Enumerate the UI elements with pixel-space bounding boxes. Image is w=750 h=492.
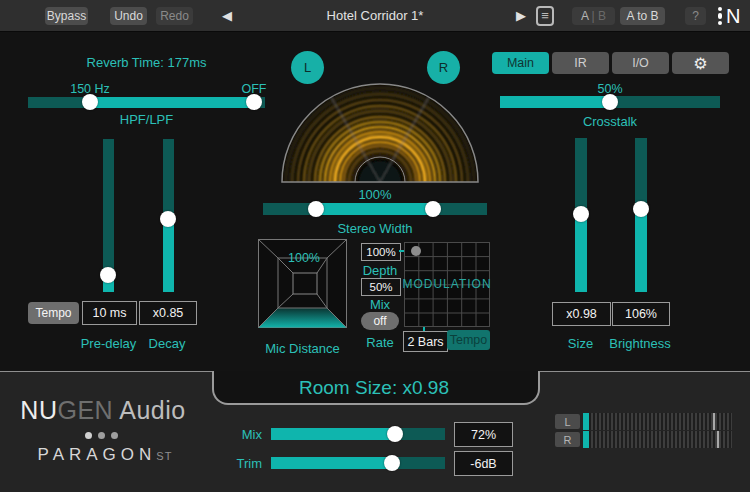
brand-gen: GEN [57,396,113,424]
a-to-b-button[interactable]: A to B [620,7,665,25]
undo-button[interactable]: Undo [110,7,147,25]
size-label: Size [551,336,610,351]
crosstalk-slider[interactable] [500,96,720,108]
stereo-width-value: 100% [263,187,487,202]
hpf-handle[interactable] [82,94,98,110]
meter-left-peak [713,413,715,430]
redo-button[interactable]: Redo [156,7,193,25]
size-slider[interactable] [575,138,587,292]
mod-bars-value-box[interactable]: 2 Bars [403,331,448,352]
crosstalk-handle[interactable] [602,94,618,110]
size-fill [575,214,587,292]
hpf-lpf-fill [90,97,254,108]
mic-distance-label: Mic Distance [252,341,353,356]
meter-left-level [583,413,589,430]
brightness-slider[interactable] [635,138,647,292]
lpf-handle[interactable] [246,94,262,110]
right-channel-button[interactable]: R [427,51,460,84]
filter-label: HPF/LPF [28,112,265,127]
product-paragon: PARAGON [38,445,157,464]
mix-fill [271,428,395,440]
predelay-slider[interactable] [103,139,114,292]
mod-rate-label: Rate [356,335,404,350]
brightness-value-box[interactable]: 106% [612,302,670,326]
size-value-box[interactable]: x0.98 [552,302,611,326]
brand-dots-icon [85,432,118,439]
next-preset-icon[interactable]: ▶ [516,6,526,25]
nugen-logo-n: N [726,5,740,28]
decay-value-box[interactable]: x0.85 [139,301,197,325]
meter-right-peak [717,431,719,448]
predelay-handle[interactable] [100,267,116,283]
modulation-grid-label: MODULATION [402,277,492,291]
help-button[interactable]: ? [685,7,706,25]
tab-main[interactable]: Main [492,52,549,74]
reverb-visualization [280,82,480,184]
meter-right-level [583,431,589,448]
tab-ir[interactable]: IR [552,52,609,74]
decay-label: Decay [138,336,196,351]
tab-io[interactable]: I/O [612,52,669,74]
mix-value-box[interactable]: 72% [454,422,513,447]
previous-preset-icon[interactable]: ◀ [222,6,232,25]
trim-label: Trim [200,456,262,471]
mix-slider[interactable] [271,428,445,440]
stereo-width-slider[interactable] [263,203,487,215]
brightness-label: Brightness [604,336,676,351]
product-name: PARAGONST [20,445,190,465]
mod-depth-value-box[interactable]: 100% [361,243,401,261]
preset-name[interactable]: Hotel Corridor 1* [285,8,465,23]
crosstalk-label: Crosstalk [500,114,720,129]
decay-handle[interactable] [160,211,176,227]
mod-rate-button[interactable]: off [361,312,399,330]
mod-depth-label: Depth [356,263,404,278]
size-handle[interactable] [573,206,589,222]
gear-icon: ⚙ [693,54,707,73]
top-toolbar: Bypass Undo Redo ◀ Hotel Corridor 1* ▶ ≡… [0,0,750,32]
mod-tempo-toggle[interactable]: Tempo [447,330,490,350]
meter-left-bar [583,413,732,430]
ab-compare-button[interactable]: A | B [572,7,615,25]
meter-right-badge: R [555,432,580,447]
brand-audio: Audio [113,396,186,424]
bypass-button[interactable]: Bypass [45,7,88,25]
mix-handle[interactable] [387,426,403,442]
decay-slider[interactable] [163,139,174,292]
predelay-label: Pre-delay [78,336,139,351]
modulation-dot[interactable] [411,246,421,256]
mod-mix-label: Mix [356,297,404,312]
brightness-fill [635,209,647,292]
ab-b-label: | B [592,9,606,23]
hpf-lpf-slider[interactable] [28,97,265,108]
nugen-logo[interactable]: N [718,5,748,27]
ab-a-label: A [581,9,588,23]
reverb-time-readout: Reverb Time: 177ms [28,55,265,70]
predelay-tempo-button[interactable]: Tempo [28,302,79,324]
decay-fill [163,219,174,292]
stereo-width-right-handle[interactable] [425,201,441,217]
brightness-handle[interactable] [633,201,649,217]
left-channel-button[interactable]: L [291,51,324,84]
nugen-logo-dots-icon [718,7,722,25]
trim-fill [271,457,392,469]
meter-right-bar [583,431,732,448]
trim-value-box[interactable]: -6dB [454,451,513,476]
stereo-width-label: Stereo Width [263,221,487,236]
stereo-width-left-handle[interactable] [308,201,324,217]
stereo-width-fill [316,203,433,215]
brand-logo: NUGEN Audio [20,396,186,425]
settings-tab[interactable]: ⚙ [672,52,729,74]
paragon-plugin-window: Bypass Undo Redo ◀ Hotel Corridor 1* ▶ ≡… [0,0,750,492]
trim-handle[interactable] [384,455,400,471]
mic-distance-value: 100% [276,251,332,265]
mod-mix-value-box[interactable]: 50% [361,278,401,296]
product-st: ST [156,450,172,462]
trim-slider[interactable] [271,457,445,469]
meter-left-badge: L [555,414,580,429]
predelay-value-box[interactable]: 10 ms [82,301,137,325]
preset-menu-icon[interactable]: ≡ [536,6,554,26]
crosstalk-fill [500,96,610,108]
mix-label: Mix [200,427,262,442]
room-size-readout: Room Size: x0.98 [212,377,536,399]
brand-nu: NU [20,396,57,424]
